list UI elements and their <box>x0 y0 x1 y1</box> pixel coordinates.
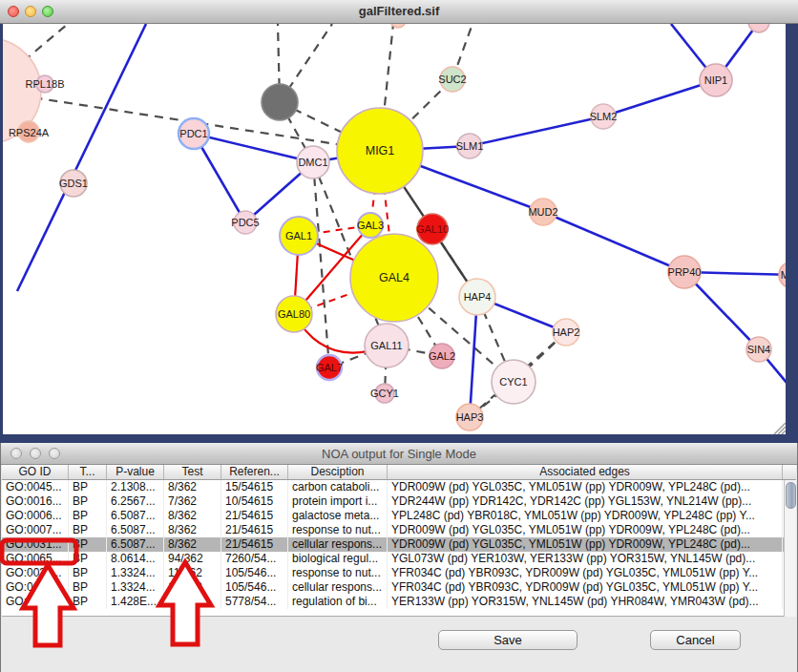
noa-window-title: NOA output for Single Mode <box>1 447 797 461</box>
node-label: DMC1 <box>298 157 327 168</box>
table-row[interactable]: GO:0045...BP2.1308...8/36215/54615carbon… <box>2 480 784 494</box>
save-button[interactable]: Save <box>438 630 578 650</box>
cell-go_id: GO:0065... <box>2 552 69 566</box>
main-window-title: galFiltered.sif <box>0 4 798 18</box>
column-header-go-id[interactable]: GO ID <box>2 465 69 479</box>
cell-test: 11/362 <box>164 566 221 580</box>
node-label: SLM1 <box>456 140 484 152</box>
cell-type: BP <box>69 595 107 609</box>
cell-reference: 21/54615 <box>221 537 288 552</box>
node-label: GAL10 <box>416 223 449 235</box>
cell-go_id: GO:0007... <box>2 523 69 537</box>
table-row[interactable]: GO:0016...BP6.2567...7/36210/54615protei… <box>2 494 784 509</box>
node-label: HAP4 <box>464 291 492 303</box>
cell-go_id: GO:0006... <box>2 509 69 523</box>
cell-go_id: GO:0045... <box>2 480 69 494</box>
cancel-button[interactable]: Cancel <box>650 630 741 650</box>
cell-test: 7/362 <box>164 494 221 509</box>
cell-type: BP <box>69 537 107 552</box>
cell-reference: 21/54615 <box>221 509 288 523</box>
network-edge[interactable] <box>313 162 329 368</box>
table-row[interactable]: GO:0065...BP8.0614...94/3627260/54...bio… <box>2 552 784 566</box>
node-label: HAP2 <box>553 326 580 338</box>
node-darknode[interactable] <box>262 84 298 120</box>
cell-test: 8/362 <box>164 537 221 552</box>
table-row[interactable]: GO:0031...BP1.3324...11/362105/546...cel… <box>2 580 784 595</box>
node-label: PDC1 <box>179 128 207 139</box>
cell-p_value: 6.5087... <box>107 523 164 537</box>
resize-grip-icon[interactable] <box>774 423 786 434</box>
cell-go_id: GO:0016... <box>2 494 69 509</box>
cell-description: cellular respons... <box>288 537 388 552</box>
table-row[interactable]: GO:0007...BP6.5087...8/36221/54615respon… <box>2 523 784 537</box>
node-label: PRP40 <box>668 266 702 278</box>
table-row[interactable]: GO:0031...BP6.5087...8/36221/54615cellul… <box>2 537 784 552</box>
column-header-desciption[interactable]: Desciption <box>288 465 388 479</box>
cell-go_id: GO:0031... <box>2 580 69 595</box>
cell-description: galactose meta... <box>288 509 388 523</box>
scrollbar-thumb[interactable] <box>786 482 796 509</box>
cell-go_id: GO:0050... <box>2 595 69 609</box>
noa-output-window: NOA output for Single Mode GO IDT...P-va… <box>0 443 798 672</box>
cell-edges: YDR009W (pd) YGL035C, YML051W (pp) YDR00… <box>388 523 783 537</box>
cell-type: BP <box>69 552 107 566</box>
cell-edges: YER133W (pp) YOR315W, YNL145W (pd) YHR08… <box>388 595 783 609</box>
cell-description: cellular respons... <box>288 580 388 595</box>
column-header-p-value[interactable]: P-value <box>107 465 164 479</box>
cell-reference: 105/546... <box>221 566 288 580</box>
cell-edges: YDR244W (pp) YDR142C, YDR142C (pp) YGL15… <box>388 494 783 509</box>
network-edge[interactable] <box>543 212 684 272</box>
cell-description: carbon cataboli... <box>288 480 388 494</box>
cell-description: biological regul... <box>288 552 388 566</box>
table-row[interactable]: GO:0031...BP1.3324...11/362105/546...res… <box>2 566 784 580</box>
noa-titlebar: NOA output for Single Mode <box>1 443 797 465</box>
node-label: GAL3 <box>357 220 384 231</box>
cell-p_value: 6.5087... <box>107 537 164 552</box>
column-header-referen-[interactable]: Referen... <box>221 465 288 479</box>
network-graph: RPL18BRPS24AGDS1PDC1DMC1MIG1SUC2SLM1SLM2… <box>3 24 786 434</box>
column-header-test[interactable]: Test <box>164 465 221 479</box>
node-label: MSN <box>781 269 786 281</box>
cell-test: 80/362 <box>164 595 221 609</box>
node-label: MUD2 <box>528 206 557 218</box>
cell-type: BP <box>69 494 107 509</box>
node-label: PDC5 <box>231 217 259 228</box>
node-label: GAL2 <box>429 350 455 362</box>
node-label: GAL4 <box>379 271 410 284</box>
network-canvas[interactable]: RPL18BRPS24AGDS1PDC1DMC1MIG1SUC2SLM1SLM2… <box>3 24 786 434</box>
cell-reference: 5778/54... <box>221 595 288 609</box>
node-label: CYC1 <box>499 376 527 388</box>
network-edge[interactable] <box>603 80 716 116</box>
cell-edges: YPL248C (pd) YBR018C, YML051W (pp) YDR00… <box>388 509 783 523</box>
cell-p_value: 6.2567... <box>107 494 164 509</box>
node-label: MIG1 <box>366 144 395 158</box>
vertical-scrollbar[interactable] <box>784 480 796 617</box>
cell-description: regulation of bi... <box>288 595 388 609</box>
cell-test: 8/362 <box>164 509 221 523</box>
cell-edges: YGL073W (pd) YER103W, YER133W (pp) YOR31… <box>388 552 783 566</box>
network-edge[interactable] <box>470 116 603 146</box>
node-label: SIN4 <box>747 344 770 355</box>
node-label: GAL1 <box>285 230 312 242</box>
cell-p_value: 8.0614... <box>107 552 164 566</box>
cell-type: BP <box>69 580 107 595</box>
cell-p_value: 1.428E... <box>107 595 164 609</box>
table-row[interactable]: GO:0050...BP1.428E...80/3625778/54...reg… <box>2 595 784 609</box>
node-label: GCY1 <box>370 388 399 399</box>
cell-p_value: 1.3324... <box>107 566 164 580</box>
network-edge[interactable] <box>17 24 146 291</box>
cell-test: 94/362 <box>164 552 221 566</box>
column-header-associated-edges[interactable]: Associated edges <box>388 465 783 479</box>
table-row[interactable]: GO:0006...BP6.5087...8/36221/54615galact… <box>2 509 784 523</box>
node-label: SUC2 <box>438 74 466 85</box>
cell-type: BP <box>69 509 107 523</box>
cell-edges: YDR009W (pd) YGL035C, YML051W (pp) YDR00… <box>388 537 783 552</box>
cell-reference: 7260/54... <box>221 552 288 566</box>
cell-type: BP <box>69 523 107 537</box>
node-label: RPL18B <box>26 78 65 90</box>
cell-reference: 10/54615 <box>221 494 288 509</box>
cell-reference: 15/54615 <box>221 480 288 494</box>
cell-test: 11/362 <box>164 580 221 595</box>
cell-go_id: GO:0031... <box>2 537 69 552</box>
column-header-t-[interactable]: T... <box>69 465 107 479</box>
